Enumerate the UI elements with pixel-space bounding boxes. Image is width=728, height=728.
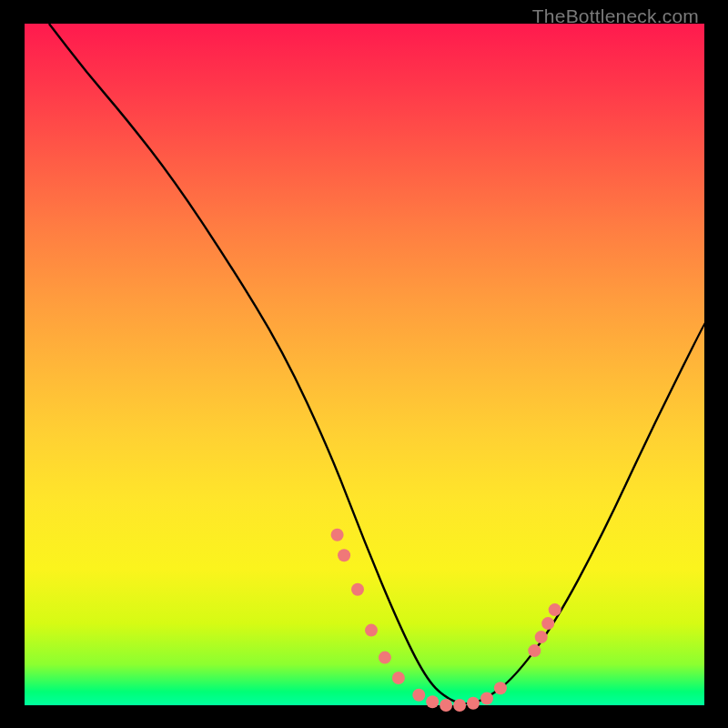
gradient-plot-area bbox=[25, 24, 704, 705]
watermark-text: TheBottleneck.com bbox=[532, 5, 699, 27]
